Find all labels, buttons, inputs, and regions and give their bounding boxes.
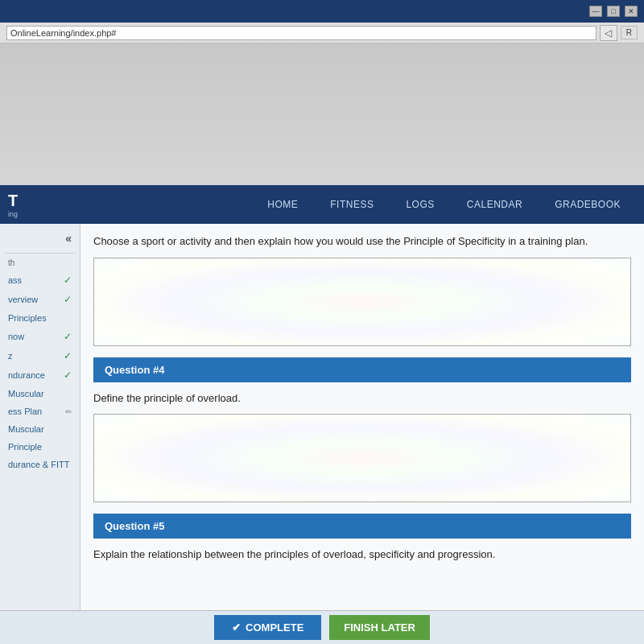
nav-tabs: HOME FITNESS LOGS CALENDAR GRADEBOOK <box>252 193 636 216</box>
window-bg-area <box>0 43 644 185</box>
sidebar-item-5[interactable]: z ✓ <box>5 348 75 364</box>
complete-button[interactable]: ✔ COMPLETE <box>214 615 321 640</box>
nav-tab-gradebook[interactable]: GRADEBOOK <box>539 193 636 216</box>
share-button[interactable]: ◁ <box>600 25 617 41</box>
sidebar-item-6[interactable]: ndurance ✓ <box>5 367 75 383</box>
question4-text: Define the principle of overload. <box>93 390 631 407</box>
content-area: Choose a sport or activity and then expl… <box>80 224 644 610</box>
check-icon-1: ✓ <box>64 275 72 286</box>
question4-header: Question #4 <box>93 357 631 382</box>
pencil-icon-8: ✏ <box>65 407 72 416</box>
toolbar-area: ◁ R <box>0 23 644 43</box>
maximize-button[interactable]: □ <box>607 6 620 17</box>
sidebar-item-4[interactable]: now ✓ <box>5 328 75 345</box>
question5-header: Question #5 <box>93 514 631 539</box>
question4-answer-box[interactable] <box>93 414 631 502</box>
nav-tab-fitness[interactable]: FITNESS <box>315 193 389 216</box>
sidebar-toggle-button[interactable]: « <box>5 230 75 246</box>
sidebar-section-label: th <box>5 253 75 269</box>
finish-later-button[interactable]: FINISH LATER <box>329 615 430 640</box>
sidebar-item-9[interactable]: Muscular <box>5 422 75 436</box>
bottom-bar: ✔ COMPLETE FINISH LATER <box>0 610 644 644</box>
sidebar-item-8[interactable]: ess Plan ✏ <box>5 404 75 419</box>
window-controls: — □ ✕ <box>589 6 638 17</box>
check-icon-2: ✓ <box>64 294 72 305</box>
address-input[interactable] <box>6 26 597 40</box>
answer-swirl-4 <box>94 415 630 502</box>
question3-answer-box[interactable] <box>93 258 631 346</box>
title-bar: — □ ✕ <box>0 0 644 23</box>
sidebar-item-3[interactable]: Principles <box>5 311 75 325</box>
check-icon-6: ✓ <box>64 369 72 381</box>
sidebar-item-10[interactable]: Principle <box>5 440 75 454</box>
nav-tab-logs[interactable]: LOGS <box>390 193 449 216</box>
sidebar-item-7[interactable]: Muscular <box>5 386 75 401</box>
sidebar: « th ass ✓ verview ✓ Principles now ✓ <box>0 224 80 610</box>
top-nav: T ing HOME FITNESS LOGS CALENDAR GRADEBO… <box>0 185 644 224</box>
answer-swirl-3 <box>94 258 630 345</box>
question3-text: Choose a sport or activity and then expl… <box>93 233 631 250</box>
sidebar-item-1[interactable]: ass ✓ <box>5 272 75 288</box>
nav-tab-calendar[interactable]: CALENDAR <box>452 193 538 216</box>
minimize-button[interactable]: — <box>589 6 602 17</box>
sidebar-item-2[interactable]: verview ✓ <box>5 291 75 308</box>
close-button[interactable]: ✕ <box>625 6 638 17</box>
sidebar-item-11[interactable]: durance & FITT <box>5 457 75 472</box>
nav-tab-home[interactable]: HOME <box>252 193 313 216</box>
check-icon-4: ✓ <box>64 331 72 342</box>
check-icon-5: ✓ <box>64 350 72 361</box>
app-logo: T ing <box>8 192 18 218</box>
complete-check-icon: ✔ <box>232 621 241 634</box>
question5-text: Explain the relationship between the pri… <box>93 547 631 563</box>
r-badge: R <box>621 26 638 39</box>
